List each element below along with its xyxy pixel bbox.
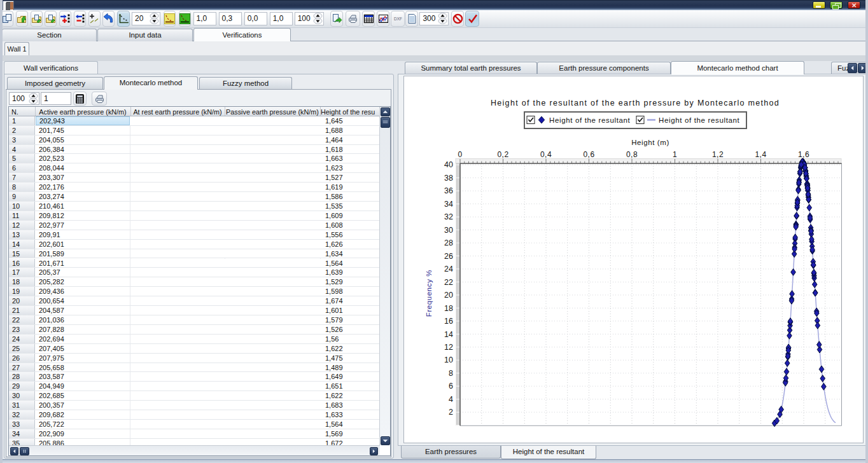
svg-text:38: 38 [444,174,453,183]
svg-text:0,6: 0,6 [583,150,594,159]
svg-text:Height of the resultant: Height of the resultant [549,116,631,124]
svg-text:8: 8 [449,369,453,378]
svg-text:30: 30 [444,226,453,235]
svg-text:26: 26 [444,252,453,261]
svg-text:12: 12 [444,343,453,352]
svg-text:18: 18 [444,304,453,313]
svg-text:1,6: 1,6 [798,150,809,159]
svg-text:6: 6 [449,382,453,390]
svg-text:0,8: 0,8 [626,150,638,159]
svg-text:34: 34 [444,200,453,209]
svg-text:4: 4 [449,395,453,404]
svg-text:DXF: DXF [394,17,402,21]
svg-text:10: 10 [444,356,453,364]
svg-text:0,4: 0,4 [540,150,552,159]
svg-text:22: 22 [444,278,453,287]
svg-text:2: 2 [449,408,453,417]
svg-text:16: 16 [444,317,453,326]
svg-text:1: 1 [673,150,677,159]
svg-text:Height of the resultant: Height of the resultant [659,116,740,124]
svg-text:20: 20 [444,291,453,300]
svg-text:40: 40 [444,160,453,169]
svg-text:1,4: 1,4 [755,150,766,159]
svg-text:36: 36 [444,186,453,195]
svg-text:0,2: 0,2 [497,150,508,159]
svg-text:0: 0 [458,150,462,159]
svg-text:14: 14 [444,330,453,339]
svg-text:24: 24 [444,265,453,273]
svg-text:28: 28 [444,238,453,247]
svg-text:Height (m): Height (m) [631,139,669,146]
svg-text:Frequency %: Frequency % [425,270,433,317]
svg-text:Height of the resultant of the: Height of the resultant of the earth pre… [491,99,780,107]
svg-text:32: 32 [444,212,453,221]
svg-text:1,2: 1,2 [712,150,724,159]
